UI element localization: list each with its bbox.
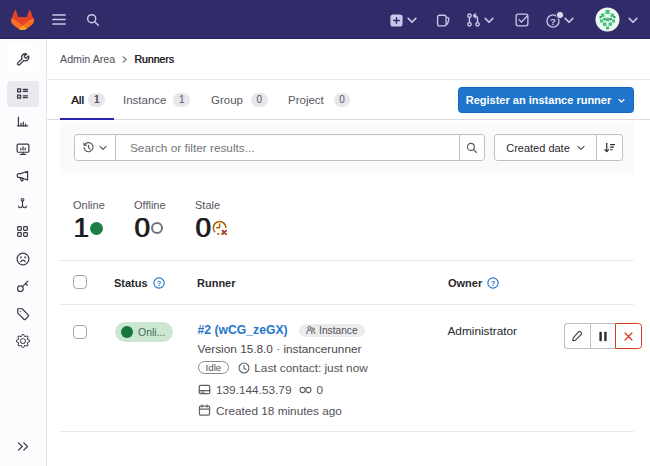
svg-text:?: ? (550, 16, 556, 27)
svg-text:?: ? (156, 279, 161, 288)
svg-text:?: ? (491, 279, 496, 288)
